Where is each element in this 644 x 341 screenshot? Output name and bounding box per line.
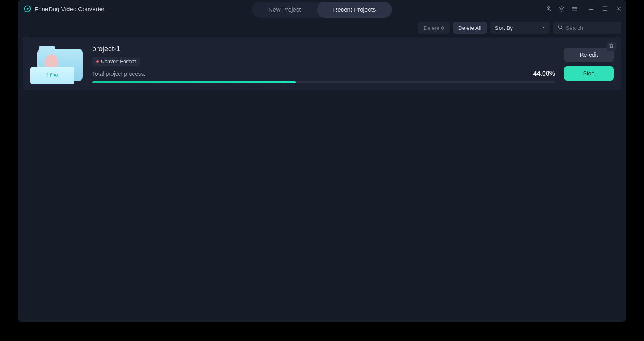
app-title: FoneDog Video Converter: [35, 6, 105, 12]
progress-row: Total project process: 44.00%: [92, 70, 555, 77]
titlebar-left: FoneDog Video Converter: [23, 5, 105, 13]
delete-all-button[interactable]: Delete All: [453, 22, 487, 34]
project-card: 1 files project-1 Convert Format Total p…: [23, 37, 621, 90]
svg-line-11: [561, 28, 563, 29]
project-tag-label: Convert Format: [101, 59, 136, 64]
delete-project-button[interactable]: [607, 42, 616, 51]
tab-recent-projects[interactable]: Recent Projects: [317, 2, 392, 18]
search-icon: [557, 24, 564, 32]
progress-bar-fill: [92, 81, 296, 83]
sort-by-label: Sort By: [495, 25, 513, 31]
svg-point-2: [561, 8, 563, 10]
stop-button[interactable]: Stop: [564, 66, 614, 81]
svg-point-1: [548, 7, 550, 9]
tabs: New Project Recent Projects: [252, 2, 392, 18]
tab-new-project[interactable]: New Project: [252, 2, 317, 18]
titlebar-right: [544, 4, 623, 13]
close-icon[interactable]: [614, 4, 623, 13]
titlebar: FoneDog Video Converter New Project Rece…: [18, 0, 626, 18]
project-thumbnail: 1 files: [30, 47, 83, 83]
svg-point-10: [558, 25, 561, 28]
chevron-down-icon: [541, 25, 546, 31]
play-circle-icon: [23, 5, 31, 13]
progress-label: Total project process:: [92, 71, 145, 77]
progress-percent: 44.00%: [533, 70, 555, 77]
files-badge: 1 files: [30, 67, 74, 84]
app-window: FoneDog Video Converter New Project Rece…: [18, 0, 626, 322]
minimize-icon[interactable]: [587, 4, 596, 13]
status-dot-icon: [96, 60, 99, 63]
delete-selected-button[interactable]: Delete 0: [418, 22, 449, 34]
project-actions: Re-edit Stop: [564, 45, 614, 83]
user-icon[interactable]: [544, 4, 553, 13]
maximize-icon[interactable]: [601, 4, 609, 13]
trash-icon: [609, 43, 614, 50]
project-tag: Convert Format: [92, 57, 140, 66]
search-box[interactable]: [553, 22, 621, 34]
svg-rect-7: [603, 7, 607, 11]
search-input[interactable]: [566, 25, 614, 31]
projects-list: 1 files project-1 Convert Format Total p…: [18, 37, 626, 90]
gear-icon[interactable]: [557, 4, 566, 13]
project-name: project-1: [92, 45, 555, 53]
sort-by-dropdown[interactable]: Sort By: [490, 22, 550, 34]
project-info: project-1 Convert Format Total project p…: [92, 45, 555, 83]
toolbar: Delete 0 Delete All Sort By: [18, 18, 626, 37]
menu-icon[interactable]: [570, 4, 579, 13]
window-controls: [587, 4, 623, 13]
progress-bar: [92, 81, 555, 83]
